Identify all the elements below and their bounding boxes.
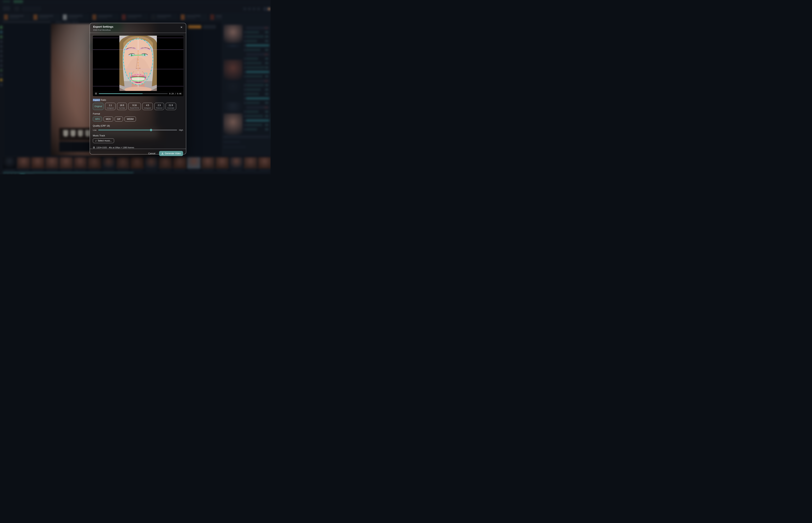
aspect-ratio-label-selected-text: Aspect bbox=[93, 99, 100, 101]
format-label: Format bbox=[93, 112, 183, 115]
cancel-button[interactable]: Cancel bbox=[148, 152, 155, 155]
quality-slider-row: Low High bbox=[93, 129, 183, 131]
format-option-gif[interactable]: GIF bbox=[114, 116, 123, 122]
video-frame bbox=[93, 36, 183, 91]
video-progress-fill bbox=[99, 93, 143, 94]
quality-slider[interactable] bbox=[98, 130, 177, 130]
aspect-ratio-label: Aspect Ratio bbox=[93, 99, 183, 101]
aspect-ratio-label-rest: Ratio bbox=[100, 99, 106, 101]
video-time-display: 0:29 / 0:46 bbox=[169, 93, 181, 95]
format-option-mp4[interactable]: MP4 bbox=[93, 116, 102, 122]
modal-title: Export Settings bbox=[93, 25, 183, 28]
aspect-option-2-3[interactable]: 2:3Pinterest bbox=[154, 103, 164, 110]
close-icon[interactable]: ✕ bbox=[180, 25, 183, 29]
modal-subtitle: DSD Full Workflow bbox=[93, 29, 183, 31]
modal-footer: Cancel Generate Video bbox=[90, 149, 186, 158]
aspect-option-4-5[interactable]: 4:5Instagram bbox=[142, 103, 153, 110]
download-icon bbox=[161, 152, 164, 155]
format-option-webm[interactable]: WEBM bbox=[124, 116, 136, 122]
video-preview: 0:29 / 0:46 bbox=[93, 36, 183, 96]
aspect-ratio-options: Original1:1Instagram16:9YouTube9:16Reels… bbox=[93, 103, 183, 110]
output-summary-text: 1324×1920 · 46s at 30fps = 1380 frames bbox=[96, 146, 134, 148]
output-summary-row: ⚙ 1324×1920 · 46s at 30fps = 1380 frames bbox=[93, 146, 183, 149]
format-option-mov[interactable]: MOV bbox=[104, 116, 113, 122]
music-track-label: Music Track bbox=[93, 134, 183, 137]
quality-slider-fill bbox=[98, 130, 151, 130]
generate-video-label: Generate Video bbox=[165, 152, 181, 155]
select-music-button-label: Select music... bbox=[98, 140, 112, 142]
gear-icon: ⚙ bbox=[93, 146, 95, 149]
quality-label: Quality (CRF 18) bbox=[93, 125, 183, 127]
modal-header: Export Settings DSD Full Workflow ✕ bbox=[90, 23, 186, 33]
video-progress-bar[interactable] bbox=[99, 93, 167, 94]
modal-body: 0:29 / 0:46 Aspect Ratio Original1:1Inst… bbox=[90, 33, 186, 149]
generate-video-button[interactable]: Generate Video bbox=[159, 151, 183, 156]
app-window: Digital Smile Design Export Settings DSD… bbox=[0, 0, 270, 175]
video-controls-bar: 0:29 / 0:46 bbox=[93, 91, 183, 96]
export-settings-modal: Export Settings DSD Full Workflow ✕ bbox=[90, 23, 186, 155]
quality-slider-thumb[interactable] bbox=[150, 129, 152, 131]
select-music-button[interactable]: ♫ Select music... bbox=[93, 138, 114, 143]
format-options: MP4MOVGIFWEBM bbox=[93, 116, 183, 122]
quality-min-label: Low bbox=[93, 129, 96, 131]
quality-max-label: High bbox=[179, 129, 183, 131]
aspect-option-16-9[interactable]: 16:9YouTube bbox=[117, 103, 127, 110]
aspect-option-9-16[interactable]: 9:16Reels/TikTok bbox=[128, 103, 141, 110]
aspect-option-21-9[interactable]: 21:9Cinematic bbox=[165, 103, 176, 110]
music-note-icon: ♫ bbox=[95, 140, 96, 142]
pause-icon[interactable] bbox=[95, 92, 97, 95]
aspect-option-original[interactable]: Original bbox=[93, 103, 104, 110]
aspect-option-1-1[interactable]: 1:1Instagram bbox=[105, 103, 116, 110]
